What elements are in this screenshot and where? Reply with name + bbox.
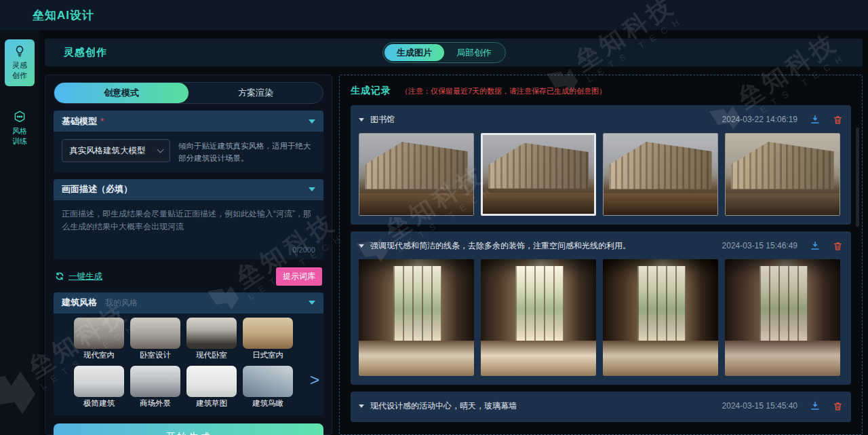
style-scroll-right-icon[interactable]: > <box>310 372 319 388</box>
record-title: 强调现代感和简洁的线条，去除多余的装饰，注重空间感和光线的利用。 <box>370 240 631 252</box>
sidebar-item-style-training[interactable]: 风格训练 <box>5 105 35 152</box>
record-card: 图书馆 2024-03-22 14:06:19 <box>351 105 851 225</box>
record-card: 强调现代感和简洁的线条，去除多余的装饰，注重空间感和光线的利用。 2024-03… <box>351 231 851 385</box>
tab-my-styles[interactable]: 我的风格 <box>105 297 138 309</box>
style-item-architecture-sketch[interactable]: 建筑草图 <box>186 366 237 409</box>
prompt-title: 画面描述（必填） <box>62 183 132 195</box>
required-asterisk: * <box>100 116 104 126</box>
style-thumbnail <box>243 366 293 397</box>
caret-down-icon[interactable] <box>359 404 364 408</box>
char-counter: 0/2000 <box>62 246 315 254</box>
app-window: 垒知AI设计 灵感创作 <box>0 0 868 435</box>
triangle-down-icon[interactable] <box>309 187 315 191</box>
sidebar-item-label: 风格训练 <box>12 126 27 147</box>
one-click-generate-link[interactable]: 一键生成 <box>55 271 102 282</box>
prompt-input[interactable] <box>62 208 315 242</box>
records-scrollbar-thumb[interactable] <box>856 128 859 227</box>
tab-local-creation[interactable]: 局部创作 <box>444 44 504 61</box>
sidebar: 灵感创作 风格训练 <box>0 31 39 435</box>
record-card: 现代设计感的活动中心，晴天，玻璃幕墙 2024-03-15 15:45:40 <box>351 392 851 422</box>
trash-icon[interactable] <box>833 115 843 125</box>
download-icon[interactable] <box>810 240 821 251</box>
base-model-description: 倾向于贴近建筑真实风格，适用于绝大部分建筑设计场景。 <box>178 139 315 165</box>
record-image[interactable] <box>603 259 718 376</box>
caret-down-icon[interactable] <box>359 244 364 248</box>
style-thumbnail <box>74 318 124 349</box>
app-title: 垒知AI设计 <box>33 7 94 23</box>
lightbulb-icon <box>13 44 26 58</box>
download-icon[interactable] <box>810 400 821 411</box>
record-image[interactable] <box>359 259 474 376</box>
style-thumbnail <box>243 318 293 349</box>
base-model-header: 基础模型 * <box>54 111 323 132</box>
records-title: 生成记录 <box>351 85 391 97</box>
style-grid: 现代室内 卧室设计 现代卧室 日式室内 极简建筑 商场外景 建筑草图 建筑鸟瞰 <box>74 318 318 409</box>
caret-down-icon[interactable] <box>359 118 364 121</box>
record-timestamp: 2024-03-22 14:06:19 <box>722 115 797 124</box>
record-image-row <box>359 259 843 376</box>
mode-tabs: 创意模式 方案渲染 <box>54 82 323 104</box>
record-title: 现代设计感的活动中心，晴天，玻璃幕墙 <box>370 400 517 412</box>
chevron-down-icon <box>157 147 164 153</box>
triangle-down-icon[interactable] <box>309 301 315 305</box>
tab-generate-image[interactable]: 生成图片 <box>384 44 444 61</box>
record-image[interactable] <box>359 133 474 216</box>
style-thumbnail <box>130 366 180 397</box>
record-title: 图书馆 <box>370 114 395 126</box>
sidebar-item-inspiration[interactable]: 灵感创作 <box>5 39 35 86</box>
creation-form-panel: 创意模式 方案渲染 基础模型 * 真实风格建筑大模型 <box>45 75 332 435</box>
prompt-header: 画面描述（必填） <box>54 179 323 200</box>
base-model-selected-value: 真实风格建筑大模型 <box>69 145 146 157</box>
prompt-library-button[interactable]: 提示词库 <box>276 267 322 286</box>
base-model-title: 基础模型 <box>62 115 97 128</box>
record-image[interactable] <box>481 259 596 376</box>
tab-scheme-render[interactable]: 方案渲染 <box>189 83 323 103</box>
record-image-row <box>359 133 843 216</box>
style-item-minimal-architecture[interactable]: 极简建筑 <box>74 366 124 409</box>
triangle-down-icon[interactable] <box>309 119 315 124</box>
generation-mode-tabs: 生成图片 局部创作 <box>382 42 506 63</box>
start-generate-button[interactable]: 开始生成 <box>54 423 323 435</box>
style-item-modern-interior[interactable]: 现代室内 <box>74 318 124 360</box>
record-image[interactable] <box>725 259 840 376</box>
generation-records-panel: 生成记录 （注意：仅保留最近7天的数据，请注意保存已生成的创意图） 图书馆 20… <box>339 75 863 435</box>
base-model-section: 基础模型 * 真实风格建筑大模型 倾向于贴近建筑真实风格，适用于绝大部分建筑设计… <box>54 111 323 172</box>
style-thumbnail <box>130 318 180 349</box>
tab-creative-mode[interactable]: 创意模式 <box>54 83 189 103</box>
style-item-japanese-interior[interactable]: 日式室内 <box>243 318 293 360</box>
style-thumbnail <box>74 366 124 397</box>
records-retention-note: （注意：仅保留最近7天的数据，请注意保存已生成的创意图） <box>401 86 606 96</box>
prompt-section: 画面描述（必填） 0/2000 <box>54 179 323 259</box>
top-bar: 垒知AI设计 <box>0 0 868 31</box>
record-timestamp: 2024-03-15 15:45:40 <box>722 401 797 411</box>
record-timestamp: 2024-03-15 15:46:49 <box>722 241 797 250</box>
architecture-style-section: 建筑风格 我的风格 现代室内 卧室设计 现代卧室 日式室内 极简建筑 <box>54 292 323 415</box>
trash-icon[interactable] <box>833 401 843 411</box>
page-header: 灵感创作 生成图片 局部创作 <box>45 39 863 67</box>
style-thumbnail <box>186 318 237 349</box>
style-section-header: 建筑风格 我的风格 <box>54 292 323 314</box>
record-image-selected[interactable] <box>481 133 596 216</box>
style-item-architecture-aerial[interactable]: 建筑鸟瞰 <box>243 366 293 409</box>
download-icon[interactable] <box>810 114 821 125</box>
style-item-bedroom-design[interactable]: 卧室设计 <box>130 318 180 360</box>
refresh-icon <box>55 271 64 281</box>
record-image[interactable] <box>603 133 718 216</box>
style-item-modern-bedroom[interactable]: 现代卧室 <box>186 318 237 360</box>
style-item-mall-exterior[interactable]: 商场外景 <box>130 366 180 409</box>
hexagon-model-icon <box>13 110 26 124</box>
sidebar-item-label: 灵感创作 <box>12 60 27 81</box>
style-section-title: 建筑风格 <box>62 297 97 309</box>
page-title: 灵感创作 <box>64 46 107 59</box>
trash-icon[interactable] <box>833 241 843 251</box>
style-thumbnail <box>186 366 237 397</box>
record-image[interactable] <box>725 133 840 216</box>
base-model-select[interactable]: 真实风格建筑大模型 <box>62 139 170 162</box>
